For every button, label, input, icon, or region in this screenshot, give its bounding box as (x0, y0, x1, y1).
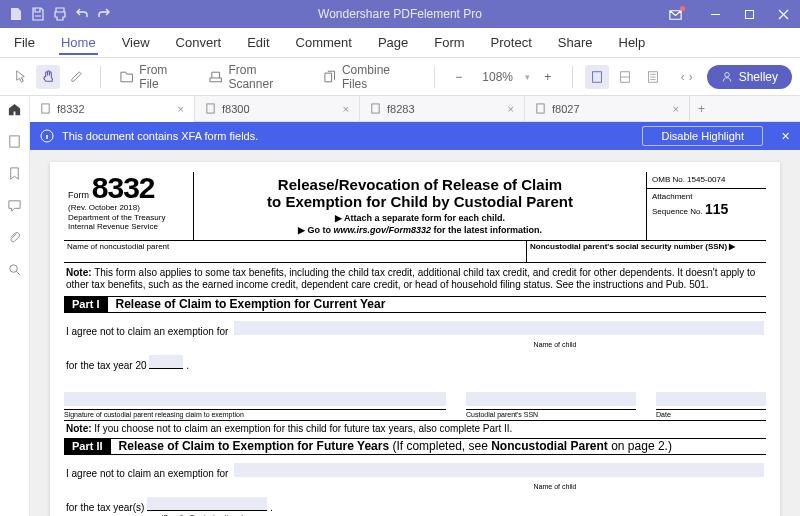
close-button[interactable] (766, 0, 800, 28)
fit-actual-icon[interactable] (641, 65, 665, 89)
noncustodial-name-field[interactable]: Name of noncustodial parent (64, 241, 526, 262)
svg-rect-5 (10, 136, 19, 147)
info-icon (40, 129, 54, 143)
select-tool-icon[interactable] (8, 65, 32, 89)
tab-f8300[interactable]: f8300× (195, 96, 360, 122)
app-logo-icon (8, 6, 24, 22)
child-name-field[interactable] (234, 321, 764, 335)
fit-page-icon[interactable] (585, 65, 609, 89)
svg-rect-1 (592, 71, 601, 82)
zoom-dropdown-icon[interactable]: ▾ (525, 72, 530, 82)
user-button[interactable]: Shelley (707, 65, 792, 89)
tax-years-field[interactable] (147, 497, 267, 511)
info-bar: This document contains XFA form fields. … (30, 122, 800, 150)
zoom-in-button[interactable]: + (536, 65, 560, 89)
zoom-out-button[interactable]: − (447, 65, 471, 89)
svg-rect-8 (207, 104, 214, 113)
document-viewer[interactable]: Form 8332 (Rev. October 2018) Department… (30, 150, 800, 516)
menu-form[interactable]: Form (432, 30, 466, 55)
child-name-field-2[interactable] (234, 463, 764, 477)
titlebar: Wondershare PDFelement Pro (0, 0, 800, 28)
menu-convert[interactable]: Convert (174, 30, 224, 55)
attachment-icon[interactable] (7, 230, 22, 248)
svg-rect-0 (745, 10, 753, 18)
svg-rect-9 (372, 104, 379, 113)
hand-tool-icon[interactable] (36, 65, 60, 89)
add-tab-button[interactable]: + (690, 102, 713, 116)
redo-icon[interactable] (96, 6, 112, 22)
tax-year-field[interactable] (149, 355, 183, 369)
document-tabstrip: f8332× f8300× f8283× f8027× + (30, 96, 800, 122)
maximize-button[interactable] (732, 0, 766, 28)
menu-home[interactable]: Home (59, 30, 98, 55)
disable-highlight-button[interactable]: Disable Highlight (642, 126, 763, 146)
pdf-page: Form 8332 (Rev. October 2018) Department… (50, 162, 780, 516)
close-icon[interactable]: × (673, 103, 679, 115)
from-file-button[interactable]: From File (113, 60, 194, 94)
menu-share[interactable]: Share (556, 30, 595, 55)
svg-point-6 (10, 265, 18, 273)
thumbnails-icon[interactable] (7, 134, 22, 152)
print-icon[interactable] (52, 6, 68, 22)
minimize-button[interactable] (698, 0, 732, 28)
info-close-button[interactable]: ✕ (781, 130, 790, 143)
save-icon[interactable] (30, 6, 46, 22)
info-message: This document contains XFA form fields. (62, 130, 258, 142)
combine-files-button[interactable]: Combine Files (316, 60, 422, 94)
pdf-icon (370, 103, 381, 114)
user-icon (721, 71, 733, 83)
signature-field[interactable] (64, 392, 446, 406)
menu-view[interactable]: View (120, 30, 152, 55)
svg-rect-7 (42, 104, 49, 113)
menu-protect[interactable]: Protect (489, 30, 534, 55)
window-title: Wondershare PDFelement Pro (318, 7, 482, 21)
date-field[interactable] (656, 392, 766, 406)
tab-f8283[interactable]: f8283× (360, 96, 525, 122)
pdf-icon (205, 103, 216, 114)
edit-tool-icon[interactable] (64, 65, 88, 89)
menu-help[interactable]: Help (617, 30, 648, 55)
bookmark-icon[interactable] (7, 166, 22, 184)
tab-f8027[interactable]: f8027× (525, 96, 690, 122)
custodial-ssn-field[interactable] (466, 392, 636, 406)
from-scanner-button[interactable]: From Scanner (202, 60, 308, 94)
tab-f8332[interactable]: f8332× (30, 96, 195, 122)
nav-next-icon[interactable]: › (689, 70, 693, 84)
close-icon[interactable]: × (343, 103, 349, 115)
mail-icon[interactable] (660, 0, 690, 28)
zoom-value[interactable]: 108% (477, 70, 519, 84)
menu-comment[interactable]: Comment (294, 30, 354, 55)
close-icon[interactable]: × (508, 103, 514, 115)
svg-rect-10 (537, 104, 544, 113)
svg-point-4 (724, 72, 729, 77)
menu-file[interactable]: File (12, 30, 37, 55)
close-icon[interactable]: × (178, 103, 184, 115)
search-icon[interactable] (7, 262, 22, 280)
menu-edit[interactable]: Edit (245, 30, 271, 55)
sidebar (0, 96, 30, 516)
comment-icon[interactable] (7, 198, 22, 216)
pdf-icon (40, 103, 51, 114)
pdf-icon (535, 103, 546, 114)
menubar: File Home View Convert Edit Comment Page… (0, 28, 800, 58)
undo-icon[interactable] (74, 6, 90, 22)
home-icon[interactable] (7, 102, 22, 120)
ssn-field[interactable]: Noncustodial parent's social security nu… (526, 241, 766, 262)
nav-prev-icon[interactable]: ‹ (681, 70, 685, 84)
toolbar: From File From Scanner Combine Files − 1… (0, 58, 800, 96)
fit-width-icon[interactable] (613, 65, 637, 89)
menu-page[interactable]: Page (376, 30, 410, 55)
